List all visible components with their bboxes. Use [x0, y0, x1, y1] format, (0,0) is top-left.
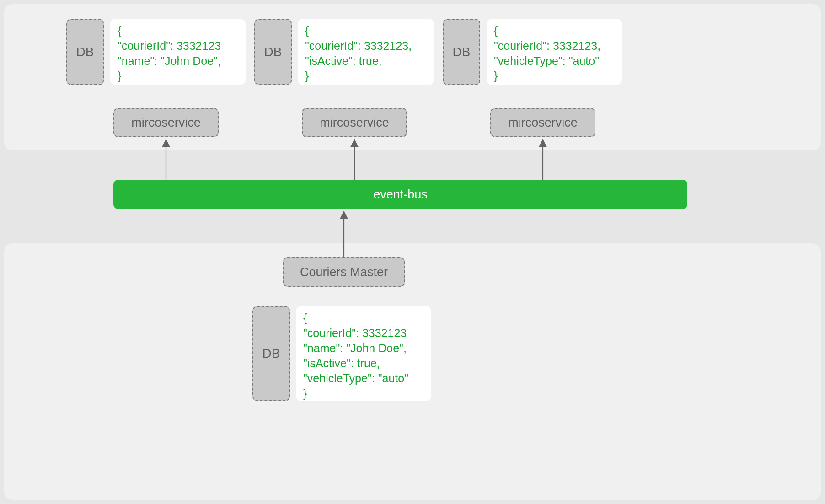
event-bus: event-bus: [113, 180, 687, 209]
db-box-3: DB: [443, 19, 480, 85]
couriers-master-box: Couriers Master: [283, 257, 405, 287]
microservice-box-2: mircoservice: [302, 108, 407, 137]
db-box-2: DB: [254, 19, 292, 85]
code-card-master: { "courierId": 3332123 "name": "John Doe…: [296, 306, 431, 401]
code-card-2: { "courierId": 3332123, "isActive": true…: [298, 19, 434, 85]
microservice-box-3: mircoservice: [490, 108, 595, 137]
microservice-box-1: mircoservice: [113, 108, 219, 137]
code-card-1: { "courierId": 3332123 "name": "John Doe…: [110, 19, 246, 85]
db-box-1: DB: [66, 19, 104, 85]
db-box-master: DB: [252, 306, 290, 401]
code-card-3: { "courierId": 3332123, "vehicleType": "…: [487, 19, 622, 85]
